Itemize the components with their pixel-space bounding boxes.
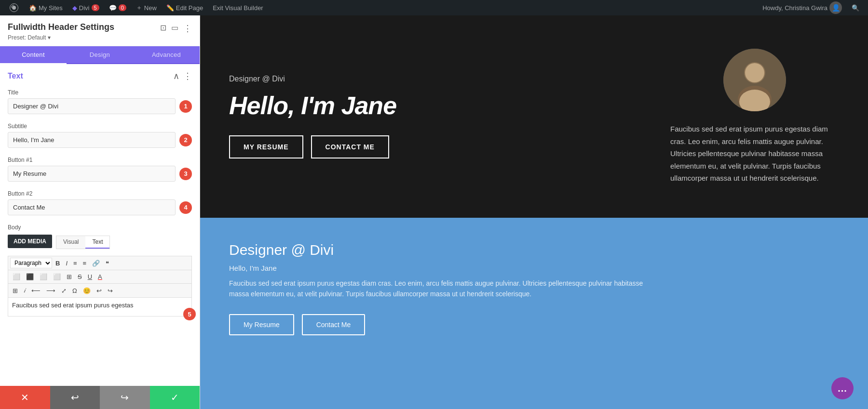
add-media-button[interactable]: ADD MEDIA	[8, 235, 52, 248]
comments-badge: 0	[119, 4, 126, 11]
blue-section: Designer @ Divi Hello, I'm Jane Faucibus…	[200, 218, 868, 409]
section-controls: ∧ ⋮	[173, 71, 192, 81]
blue-button-1[interactable]: My Resume	[229, 314, 294, 335]
button2-label: Button #2	[8, 190, 192, 197]
admin-bar-search[interactable]: 🔍	[848, 0, 863, 15]
admin-bar-divi[interactable]: ◆ Divi 5	[68, 0, 103, 15]
panel-menu-icon[interactable]: ⋮	[183, 23, 192, 34]
panel-icon-2[interactable]: ▭	[171, 23, 178, 34]
admin-bar-right: Howdy, Christina Gwira 👤 🔍	[759, 0, 863, 15]
floating-action-button[interactable]: ...	[831, 377, 854, 399]
body-section: Body ADD MEDIA Visual Text Paragraph B I…	[0, 221, 200, 321]
title-input[interactable]	[8, 98, 176, 114]
underline-button[interactable]: U	[85, 272, 95, 282]
button1-input[interactable]	[8, 166, 176, 182]
title-input-wrap: 1	[8, 98, 192, 114]
hero-subtitle: Designer @ Divi	[229, 75, 656, 83]
admin-bar: 🏠 My Sites ◆ Divi 5 💬 0 ＋ New ✏️ Edit Pa…	[0, 0, 868, 15]
tab-advanced[interactable]: Advanced	[133, 46, 200, 63]
tab-content[interactable]: Content	[0, 46, 67, 64]
title-field-group: Title 1	[0, 86, 200, 120]
button2-input[interactable]	[8, 199, 176, 215]
hero-button-1[interactable]: MY RESUME	[229, 135, 303, 158]
undo-button[interactable]: ↩	[50, 386, 100, 409]
hero-button-2[interactable]: CONTACT ME	[311, 135, 389, 158]
justify-button[interactable]: ⬜	[51, 272, 63, 282]
align-left-button[interactable]: ⬜	[10, 272, 23, 282]
table-button[interactable]: ⊞	[64, 272, 74, 282]
italic-button[interactable]: I	[63, 258, 70, 268]
blue-description: Faucibus sed sed erat ipsum purus egesta…	[229, 278, 663, 300]
admin-bar-comments[interactable]: 💬 0	[105, 0, 130, 15]
admin-bar-exit-builder[interactable]: Exit Visual Builder	[209, 0, 267, 15]
subtitle-input-wrap: 2	[8, 132, 192, 148]
blue-button-2[interactable]: Contact Me	[302, 314, 366, 335]
hero-title: Hello, I'm Jane	[229, 91, 656, 120]
align-center-button[interactable]: ⬛	[24, 272, 36, 282]
editor-tabs: Visual Text	[56, 236, 110, 249]
admin-bar-edit-page[interactable]: ✏️ Edit Page	[163, 0, 207, 15]
unordered-list-button[interactable]: ≡	[71, 258, 80, 268]
editor-tab-text[interactable]: Text	[85, 236, 109, 249]
table2-button[interactable]: ⊞	[10, 286, 20, 296]
main-wrapper: Fullwidth Header Settings ⊡ ▭ ⋮ Preset: …	[0, 15, 868, 409]
panel-preset[interactable]: Preset: Default ▾	[8, 34, 192, 41]
special-char-button[interactable]: Ω	[70, 286, 80, 296]
editor-tab-visual[interactable]: Visual	[56, 236, 85, 249]
redo-editor-button[interactable]: ↪	[105, 286, 115, 296]
strikethrough-button[interactable]: S	[75, 272, 84, 282]
left-panel: Fullwidth Header Settings ⊡ ▭ ⋮ Preset: …	[0, 15, 200, 409]
link-button[interactable]: 🔗	[90, 258, 102, 268]
align-right-button[interactable]: ⬜	[37, 272, 50, 282]
tab-design[interactable]: Design	[67, 46, 133, 63]
hero-avatar	[723, 49, 786, 111]
button2-field-group: Button #2 4	[0, 187, 200, 221]
section-menu-icon[interactable]: ⋮	[183, 71, 192, 81]
editor-toolbar-row2: ⬜ ⬛ ⬜ ⬜ ⊞ S U A	[8, 270, 192, 283]
button1-label: Button #1	[8, 157, 192, 163]
blue-buttons: My Resume Contact Me	[229, 314, 839, 335]
button1-input-wrap: 3	[8, 166, 192, 182]
title-badge: 1	[179, 100, 192, 113]
emoji-button[interactable]: 😊	[81, 286, 93, 296]
home-icon: 🏠	[29, 4, 37, 12]
hero-description: Faucibus sed sed erat ipsum purus egesta…	[670, 123, 839, 185]
bold-button[interactable]: B	[53, 258, 62, 268]
action-bar: ✕ ↩ ↪ ✓	[0, 386, 200, 409]
section-toggle-icon[interactable]: ∧	[173, 71, 179, 81]
hero-section: Designer @ Divi Hello, I'm Jane MY RESUM…	[200, 15, 868, 218]
fullscreen-button[interactable]: ⤢	[59, 286, 69, 296]
panel-tabs: Content Design Advanced	[0, 46, 200, 64]
paragraph-select[interactable]: Paragraph	[10, 258, 52, 268]
undo-editor-button[interactable]: ↩	[94, 286, 104, 296]
redo-button[interactable]: ↪	[100, 386, 150, 409]
divi-icon: ◆	[72, 4, 77, 12]
italic2-button[interactable]: 𝑖	[21, 285, 28, 296]
subtitle-field-group: Subtitle 2	[0, 120, 200, 154]
cancel-button[interactable]: ✕	[0, 386, 50, 409]
panel-body: Text ∧ ⋮ Title 1 Subtitle 2	[0, 64, 200, 386]
comments-count-badge: 5	[92, 4, 99, 11]
admin-bar-howdy[interactable]: Howdy, Christina Gwira 👤	[759, 0, 846, 15]
indent-increase-button[interactable]: ⟶	[44, 286, 58, 296]
blockquote-button[interactable]: ❝	[103, 258, 111, 268]
editor-content-wrap: Faucibus sed sed erat ipsum purus egesta…	[8, 297, 192, 317]
editor-content[interactable]: Faucibus sed sed erat ipsum purus egesta…	[8, 297, 192, 317]
text-color-button[interactable]: A	[95, 272, 105, 282]
hero-right: Faucibus sed sed erat ipsum purus egesta…	[656, 49, 839, 185]
admin-bar-my-sites[interactable]: 🏠 My Sites	[25, 0, 67, 15]
admin-bar-new[interactable]: ＋ New	[132, 0, 161, 15]
hero-buttons: MY RESUME CONTACT ME	[229, 135, 656, 158]
subtitle-badge: 2	[179, 134, 192, 146]
blue-subtitle: Hello, I'm Jane	[229, 264, 839, 272]
save-button[interactable]: ✓	[150, 386, 200, 409]
button2-badge: 4	[179, 201, 192, 214]
panel-icon-1[interactable]: ⊡	[160, 23, 166, 34]
subtitle-input[interactable]	[8, 132, 176, 148]
ordered-list-button[interactable]: ≡	[81, 258, 89, 268]
wp-logo[interactable]	[5, 0, 23, 15]
svg-point-6	[745, 63, 764, 82]
editor-toolbar-row1: Paragraph B I ≡ ≡ 🔗 ❝	[8, 256, 192, 270]
button2-input-wrap: 4	[8, 199, 192, 215]
indent-decrease-button[interactable]: ⟵	[29, 286, 43, 296]
